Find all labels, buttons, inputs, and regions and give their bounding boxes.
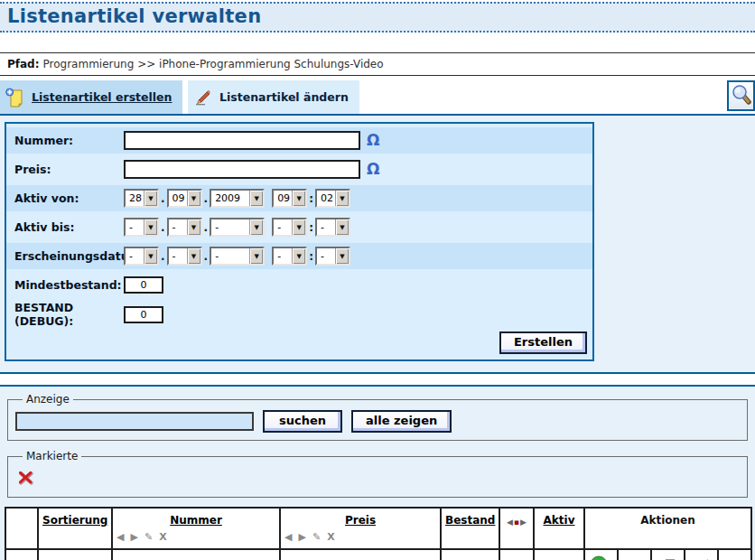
suchen-button[interactable]: suchen xyxy=(263,410,342,433)
tab-listenartikel-aendern[interactable]: Listenartikel ändern xyxy=(188,80,359,114)
aktiv-header-link[interactable]: Aktiv xyxy=(544,514,575,527)
erscheinungsdatum-month-select[interactable]: -▼ xyxy=(167,247,202,266)
action-percent-cell: % xyxy=(618,549,651,560)
aktiv-von-hour-select[interactable]: 09▼ xyxy=(272,189,307,208)
row-bestand-cell: -2 (≤0) xyxy=(441,549,499,560)
row-select-cell xyxy=(5,549,38,560)
special-char-omega-icon[interactable]: Ω xyxy=(367,133,379,148)
chevron-down-icon: ▼ xyxy=(292,248,305,264)
sort-right-icon[interactable]: ▶ xyxy=(130,531,137,543)
form-row-bestand-debug: BESTAND (DEBUG): xyxy=(6,301,592,328)
bestand-debug-input[interactable] xyxy=(124,306,163,323)
sort-right-icon[interactable]: ▶ xyxy=(298,531,305,543)
sort-remove-icon[interactable]: X xyxy=(159,531,166,543)
breadcrumb-path: Programmierung >> iPhone-Programmierung … xyxy=(43,58,384,70)
breadcrumb-prefix: Pfad: xyxy=(7,58,40,70)
red-x-icon xyxy=(17,469,34,486)
sort-left-icon[interactable]: ◀ xyxy=(117,531,124,543)
chevron-down-icon: ▼ xyxy=(335,191,349,206)
chevron-down-icon: ▼ xyxy=(187,219,200,235)
erscheinungsdatum-year-select[interactable]: -▼ xyxy=(210,247,265,266)
aktiv-bis-day-select[interactable]: -▼ xyxy=(124,218,159,237)
search-input[interactable] xyxy=(15,412,254,431)
chevron-down-icon: ▼ xyxy=(292,219,305,235)
select-column-header xyxy=(5,508,38,549)
mindestbestand-label: Mindestbestand: xyxy=(6,278,124,292)
chevron-down-icon: ▼ xyxy=(249,191,263,206)
move-right-icon: ▶ xyxy=(520,518,527,527)
preis-label: Preis: xyxy=(6,163,124,176)
tab-label: Listenartikel ändern xyxy=(219,90,349,104)
date-separator: . xyxy=(161,221,165,234)
date-separator: . xyxy=(161,250,165,263)
time-separator: : xyxy=(309,192,313,205)
chevron-down-icon: ▼ xyxy=(144,219,157,235)
preis-header-link[interactable]: Preis xyxy=(345,514,376,527)
preis-sort-controls: ◀ ▶ ✎ X xyxy=(284,531,436,543)
aktiv-bis-year-select[interactable]: -▼ xyxy=(210,218,265,237)
date-separator: . xyxy=(204,192,209,205)
aktionen-header: Aktionen xyxy=(584,508,751,549)
erscheinungsdatum-minute-select[interactable]: -▼ xyxy=(315,247,350,266)
sort-left-icon[interactable]: ◀ xyxy=(284,531,292,543)
page-title: Listenartikel verwalten xyxy=(7,5,748,27)
chevron-down-icon: ▼ xyxy=(335,248,349,264)
anzeige-fieldset: Anzeige suchen alle zeigen xyxy=(7,393,748,441)
aktiv-bis-minute-select[interactable]: -▼ xyxy=(315,218,350,237)
tab-listenartikel-erstellen[interactable]: Listenartikel erstellen xyxy=(0,80,182,114)
alle-zeigen-button[interactable]: alle zeigen xyxy=(351,410,452,433)
preis-input[interactable] xyxy=(124,160,360,179)
chevron-down-icon: ▼ xyxy=(335,219,349,235)
special-char-omega-icon[interactable]: Ω xyxy=(367,162,379,177)
bestand-debug-label: BESTAND (DEBUG): xyxy=(6,301,124,328)
aktiv-von-month-select[interactable]: 09▼ xyxy=(167,189,202,208)
swap-arrows-button[interactable] xyxy=(590,555,613,560)
aktiv-bis-hour-select[interactable]: -▼ xyxy=(272,218,307,237)
form-row-nummer: Nummer: Ω xyxy=(6,127,592,154)
aktiv-bis-month-select[interactable]: -▼ xyxy=(167,218,202,237)
aktiv-von-label: Aktiv von: xyxy=(6,191,124,205)
mindestbestand-input[interactable] xyxy=(124,276,163,294)
chevron-down-icon: ▼ xyxy=(187,191,200,206)
move-column-header: ◀ ▪ ▶ xyxy=(499,508,534,549)
time-separator: : xyxy=(309,221,313,234)
row-move-cell xyxy=(499,549,534,560)
erscheinungsdatum-day-select[interactable]: -▼ xyxy=(124,247,159,266)
sort-edit-icon[interactable]: ✎ xyxy=(144,531,153,543)
move-columns-icon[interactable]: ◀ ▪ ▶ xyxy=(504,514,529,527)
action-copy-cell xyxy=(651,549,685,560)
chevron-down-icon: ▼ xyxy=(144,191,157,206)
table-row: 9783827362537 73.42 -2 (≤0) Ja xyxy=(5,549,751,560)
date-separator: . xyxy=(161,192,165,205)
markierte-fieldset: Markierte xyxy=(7,450,748,498)
erscheinungsdatum-hour-select[interactable]: -▼ xyxy=(272,247,307,266)
aktiv-von-day-select[interactable]: 28▼ xyxy=(124,189,159,208)
nummer-input[interactable] xyxy=(124,131,360,150)
chevron-down-icon: ▼ xyxy=(187,248,200,264)
nummer-header-link[interactable]: Nummer xyxy=(170,514,222,527)
chevron-down-icon: ▼ xyxy=(249,248,263,264)
erscheinungsdatum-label: Erscheinungsdatum: xyxy=(6,249,124,263)
delete-marked-button[interactable] xyxy=(17,469,34,486)
row-sortierung-cell xyxy=(38,549,112,560)
aktiv-von-minute-select[interactable]: 02▼ xyxy=(315,189,350,208)
table-header-row: Sortierung Nummer ◀ ▶ ✎ X Preis ◀ ▶ xyxy=(5,508,751,549)
date-separator: . xyxy=(204,250,209,263)
erstellen-button[interactable]: Erstellen xyxy=(499,331,587,354)
date-separator: . xyxy=(204,221,209,234)
title-bar: Listenartikel verwalten xyxy=(0,2,755,33)
form-row-preis: Preis: Ω xyxy=(6,156,592,182)
sort-remove-icon[interactable]: X xyxy=(327,531,334,543)
chevron-down-icon: ▼ xyxy=(292,191,305,206)
aktiv-von-year-select[interactable]: 2009▼ xyxy=(210,189,265,208)
row-preis-cell: 73.42 xyxy=(280,549,441,560)
form-submit-row: Erstellen xyxy=(6,331,592,354)
search-magnifier-button[interactable] xyxy=(727,80,755,111)
tab-bar: Listenartikel erstellen Listenartikel än… xyxy=(0,80,755,116)
bestand-header-link[interactable]: Bestand xyxy=(445,514,495,527)
markierte-legend: Markierte xyxy=(23,450,81,462)
sort-edit-icon[interactable]: ✎ xyxy=(312,531,321,543)
row-nummer-cell: 9783827362537 xyxy=(112,549,280,560)
sortierung-header-link[interactable]: Sortierung xyxy=(42,514,107,527)
note-add-icon xyxy=(5,88,25,107)
